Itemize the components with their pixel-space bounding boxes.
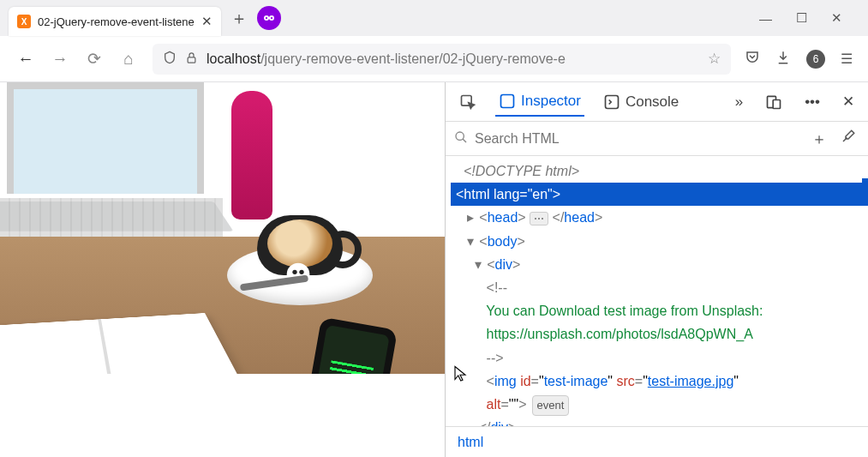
close-window-icon[interactable]: ✕ [831, 10, 842, 26]
overflow-tabs-icon[interactable]: » [732, 88, 746, 116]
dom-body[interactable]: ▾<body> [451, 230, 868, 253]
lock-icon[interactable] [185, 51, 198, 67]
dom-div[interactable]: ▾<div> [451, 253, 868, 276]
dom-comment-text1: You can Download test image from Unsplas… [451, 299, 868, 322]
privacy-mask-icon[interactable] [257, 6, 281, 30]
close-devtools-icon[interactable]: ✕ [839, 87, 858, 116]
url-text: localhost/jquery-remove-event-listener/0… [207, 51, 699, 67]
scrollbar-thumb[interactable] [862, 178, 868, 201]
extension-counter-badge[interactable]: 6 [806, 50, 825, 69]
devtools-panel: Inspector Console » ••• ✕ ＋ [445, 82, 868, 457]
svg-rect-12 [773, 99, 780, 108]
browser-tab[interactable]: X 02-jQuery-remove-event-listene ✕ [9, 7, 221, 36]
page-content [0, 82, 445, 457]
search-html-input[interactable] [475, 131, 801, 147]
devtools-search-bar: ＋ [446, 122, 868, 156]
dom-comment[interactable]: <!-- [451, 276, 868, 299]
url-bar[interactable]: localhost/jquery-remove-event-listener/0… [153, 44, 731, 75]
event-badge[interactable]: event [532, 395, 570, 416]
tab-inspector[interactable]: Inspector [495, 87, 584, 117]
xampp-favicon: X [17, 15, 31, 28]
dom-comment-text2: https://unsplash.com/photos/lsdA8QpWN_A [451, 322, 868, 346]
home-button[interactable]: ⌂ [118, 50, 139, 69]
browser-toolbar: ← → ⟳ ⌂ localhost/jquery-remove-event-li… [0, 36, 868, 82]
close-tab-icon[interactable]: ✕ [201, 14, 213, 29]
devtools-header: Inspector Console » ••• ✕ [446, 82, 868, 122]
reload-button[interactable]: ⟳ [84, 49, 105, 69]
svg-point-13 [456, 132, 464, 140]
tab-title: 02-jQuery-remove-event-listene [38, 15, 195, 28]
breadcrumb-html[interactable]: html [458, 435, 483, 450]
pocket-icon[interactable] [745, 50, 760, 69]
downloads-icon[interactable] [775, 50, 791, 69]
dom-div-close[interactable]: </div> [451, 416, 868, 426]
shield-icon[interactable] [163, 51, 177, 67]
dom-comment-close[interactable]: --> [451, 346, 868, 370]
svg-rect-9 [501, 94, 514, 107]
element-picker-button[interactable] [456, 88, 480, 116]
svg-point-3 [271, 17, 272, 19]
svg-point-7 [299, 270, 303, 274]
forward-button[interactable]: → [50, 50, 70, 69]
window-controls: — ☐ ✕ [759, 10, 859, 26]
breadcrumb[interactable]: html [446, 426, 868, 457]
dom-img[interactable]: <img id="test-image" src="test-image.jpg… [451, 370, 868, 393]
dom-doctype[interactable]: <!DOCTYPE html> [451, 159, 868, 183]
new-tab-button[interactable]: ＋ [226, 5, 252, 31]
search-icon [454, 130, 468, 147]
responsive-mode-icon[interactable] [762, 88, 786, 116]
bookmark-star-icon[interactable]: ☆ [708, 50, 721, 68]
svg-rect-4 [188, 57, 195, 62]
add-element-button[interactable]: ＋ [808, 129, 830, 149]
maximize-icon[interactable]: ☐ [796, 10, 807, 26]
dom-img-line2[interactable]: alt="">event [451, 393, 868, 416]
back-button[interactable]: ← [15, 50, 36, 69]
browser-tab-bar: X 02-jQuery-remove-event-listene ✕ ＋ — ☐… [0, 0, 868, 36]
tab-console[interactable]: Console [600, 88, 682, 116]
eyedropper-icon[interactable] [837, 129, 859, 148]
app-menu-icon[interactable]: ☰ [841, 51, 853, 67]
svg-point-2 [266, 17, 267, 19]
dom-tree[interactable]: <!DOCTYPE html> <html lang="en"> ▸<head>… [446, 156, 868, 426]
svg-point-6 [292, 270, 296, 274]
dom-html-selected[interactable]: <html lang="en"> [451, 183, 868, 206]
minimize-icon[interactable]: — [759, 11, 772, 26]
test-image[interactable] [0, 82, 445, 374]
dom-head[interactable]: ▸<head> ⋯ </head> [451, 206, 868, 229]
viewport: Inspector Console » ••• ✕ ＋ [0, 82, 868, 457]
devtools-options-icon[interactable]: ••• [801, 88, 823, 116]
